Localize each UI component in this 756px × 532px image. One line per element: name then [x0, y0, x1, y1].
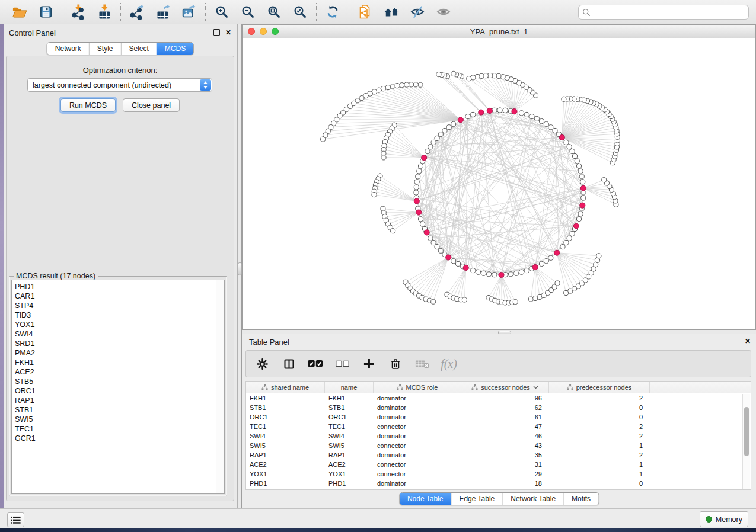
mcds-result-scrollbar[interactable] — [216, 280, 224, 493]
network-canvas[interactable] — [243, 38, 755, 329]
network-from-selection-icon[interactable] — [357, 4, 374, 20]
mcds-result-item[interactable]: CAR1 — [12, 291, 216, 301]
search-field[interactable] — [578, 5, 749, 20]
tab-style[interactable]: Style — [89, 43, 121, 55]
mcds-result-item[interactable]: STP4 — [12, 301, 216, 310]
table-row[interactable]: ACE2ACE2connector311 — [246, 460, 751, 469]
horizontal-splitter[interactable] — [242, 330, 756, 334]
float-panel-icon[interactable] — [733, 338, 739, 344]
mcds-result-item[interactable]: PMA2 — [12, 348, 216, 358]
mcds-result-list: PHD1CAR1STP4TID3YOX1SWI4SRD1PMA2FKH1ACE2… — [11, 280, 225, 494]
mcds-result-item[interactable]: SWI4 — [12, 329, 216, 339]
mcds-result-item[interactable]: YOX1 — [12, 320, 216, 329]
first-neighbors-icon[interactable] — [383, 4, 400, 20]
tab-select[interactable]: Select — [121, 43, 157, 55]
column-header-mcds-role[interactable]: MCDS role — [374, 382, 461, 393]
mcds-result-item[interactable]: SRD1 — [12, 339, 216, 348]
table-row[interactable]: ORC1ORC1dominator610 — [246, 412, 751, 422]
create-column-icon[interactable] — [361, 355, 377, 372]
mcds-result-item[interactable]: ACE2 — [12, 367, 216, 377]
column-label: shared name — [271, 384, 309, 391]
table-row[interactable]: STB1STB1dominator620 — [246, 403, 751, 412]
tab-edge-table[interactable]: Edge Table — [451, 493, 502, 505]
fit-content-icon[interactable] — [266, 4, 282, 20]
main-toolbar — [0, 0, 756, 24]
tab-mcds[interactable]: MCDS — [157, 43, 193, 55]
column-header-name[interactable]: name — [325, 382, 374, 393]
cell-shared-name: SWI4 — [246, 432, 325, 440]
table-mode-icon[interactable] — [254, 355, 270, 372]
search-input[interactable] — [591, 8, 745, 17]
criterion-dropdown[interactable]: largest connected component (undirected) — [27, 78, 212, 92]
mcds-result-item[interactable]: RAP1 — [12, 396, 216, 405]
show-all-icon[interactable] — [435, 4, 452, 20]
export-network-icon[interactable] — [129, 4, 145, 20]
shared-column-icon — [567, 384, 573, 390]
dropdown-stepper-icon — [200, 79, 211, 91]
network-view-frame: YPA_prune.txt_1 — [242, 24, 756, 330]
mcds-result-item[interactable]: STB5 — [12, 377, 216, 386]
float-panel-icon[interactable] — [213, 29, 220, 36]
list-icon — [11, 516, 21, 524]
export-table-icon[interactable] — [155, 4, 171, 20]
close-panel-icon[interactable]: ✕ — [225, 30, 231, 36]
mcds-result-item[interactable]: GCR1 — [12, 434, 216, 443]
import-network-icon[interactable] — [70, 4, 87, 20]
memory-button[interactable]: Memory — [700, 511, 748, 527]
show-columns-icon[interactable] — [281, 355, 296, 372]
deselect-all-icon[interactable] — [334, 355, 350, 372]
tab-node-table[interactable]: Node Table — [400, 493, 451, 505]
cell-successor-nodes: 43 — [461, 442, 549, 449]
table-scrollbar[interactable] — [742, 394, 750, 489]
column-header-shared-name[interactable]: shared name — [246, 382, 325, 393]
cell-shared-name: STB1 — [246, 404, 325, 411]
column-header-predecessor-nodes[interactable]: predecessor nodes — [549, 382, 650, 393]
zoom-out-icon[interactable] — [240, 4, 256, 20]
cell-successor-nodes: 29 — [461, 470, 549, 477]
delete-columns-icon[interactable] — [388, 355, 403, 372]
mcds-result-item[interactable]: TID3 — [12, 310, 216, 320]
tab-motifs[interactable]: Motifs — [563, 493, 598, 505]
cell-mcds-role: dominator — [374, 395, 461, 402]
mcds-result-item[interactable]: TEC1 — [12, 424, 216, 434]
column-label: predecessor nodes — [576, 384, 632, 391]
cell-shared-name: ORC1 — [246, 414, 325, 421]
zoom-selected-icon[interactable] — [292, 4, 308, 20]
select-all-icon[interactable] — [308, 355, 323, 372]
table-row[interactable]: SWI5SWI5connector431 — [246, 441, 751, 450]
run-mcds-button[interactable]: Run MCDS — [60, 98, 116, 112]
mcds-tab-content: Optimization criterion: largest connecte… — [6, 56, 234, 501]
save-session-icon[interactable] — [37, 4, 54, 20]
tab-network[interactable]: Network — [47, 43, 89, 55]
table-row[interactable]: PHD1PHD1dominator180 — [246, 479, 751, 488]
cell-successor-nodes: 47 — [461, 423, 549, 430]
import-table-icon[interactable] — [96, 4, 113, 20]
splitter-grip[interactable] — [238, 262, 242, 275]
mcds-result-item[interactable]: FKH1 — [12, 358, 216, 367]
table-row[interactable]: FKH1FKH1dominator962 — [246, 393, 751, 403]
table-scrollbar-thumb[interactable] — [744, 407, 749, 456]
network-graph — [243, 38, 755, 329]
mcds-result-item[interactable]: SWI5 — [12, 415, 216, 424]
control-panel-title: Control Panel — [9, 28, 56, 37]
task-history-button[interactable] — [7, 512, 24, 527]
open-session-icon[interactable] — [11, 4, 28, 20]
layout-refresh-icon[interactable] — [324, 4, 341, 20]
table-row[interactable]: RAP1RAP1dominator352 — [246, 450, 751, 460]
table-row[interactable]: TEC1TEC1connector472 — [246, 422, 751, 431]
mcds-result-item[interactable]: PHD1 — [12, 282, 216, 291]
close-panel-icon[interactable]: ✕ — [745, 338, 751, 344]
export-image-icon[interactable] — [181, 4, 197, 20]
cell-predecessor-nodes: 2 — [549, 423, 650, 430]
table-row[interactable]: SWI4SWI4dominator462 — [246, 431, 751, 441]
mcds-result-item[interactable]: ORC1 — [12, 386, 216, 396]
column-header-successor-nodes[interactable]: successor nodes — [461, 382, 549, 393]
table-row[interactable]: YOX1YOX1connector291 — [246, 469, 751, 479]
zoom-in-icon[interactable] — [213, 4, 230, 20]
hide-selected-icon[interactable] — [409, 4, 426, 20]
tab-network-table[interactable]: Network Table — [502, 493, 563, 505]
vertical-splitter[interactable] — [238, 24, 242, 508]
mcds-result-item[interactable]: STB1 — [12, 405, 216, 415]
network-view-title: YPA_prune.txt_1 — [243, 27, 755, 36]
close-panel-button[interactable]: Close panel — [123, 98, 180, 112]
